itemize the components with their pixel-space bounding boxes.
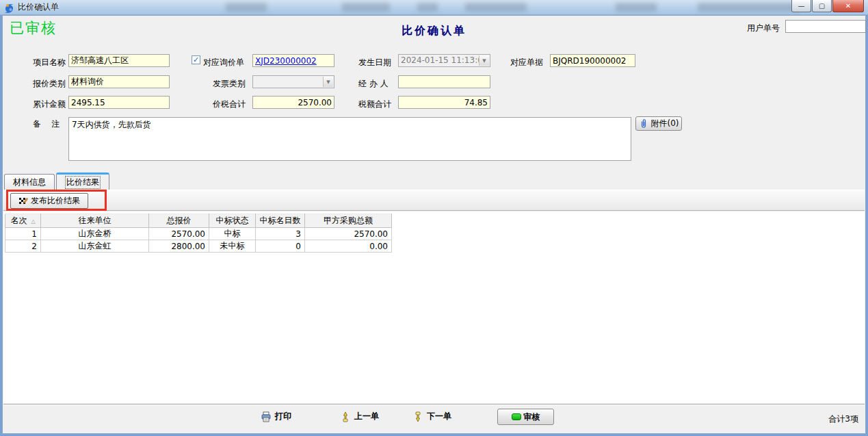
form-client-area: 已审核 比价确认单 用户单号 项目名称 ✓ 对应询价单 发生日期 2024-01… — [2, 15, 866, 434]
tab-material-info[interactable]: 材料信息 — [4, 174, 55, 190]
table-cell: 山东金桥 — [41, 228, 149, 240]
total-amount-label: 累计金额 — [33, 99, 66, 110]
attachment-button[interactable]: 附件(0) — [635, 116, 682, 131]
price-tax-total-label: 价税合计 — [213, 99, 246, 110]
table-row[interactable]: 1山东金桥2570.00中标32570.00 — [5, 228, 392, 240]
project-name-label: 项目名称 — [33, 57, 66, 68]
invoice-type-combo[interactable]: ▼ — [252, 75, 334, 88]
next-doc-label: 下一单 — [427, 411, 451, 422]
tax-total-label: 税额合计 — [358, 99, 391, 110]
print-button-label: 打印 — [275, 411, 291, 422]
table-cell: 中标 — [209, 228, 256, 240]
tab-comparison-result[interactable]: 比价结果 — [56, 172, 109, 190]
table-cell: 山东金虹 — [41, 240, 149, 253]
table-cell: 1 — [5, 228, 41, 240]
print-button[interactable]: 打印 — [261, 411, 291, 422]
table-cell: 0 — [256, 240, 305, 253]
maximize-icon: ▢ — [819, 2, 825, 10]
invoice-type-label: 发票类别 — [213, 78, 246, 90]
remark-label: 备 注 — [33, 118, 60, 130]
next-doc-button[interactable]: 下一单 — [412, 411, 451, 422]
chevron-down-icon: ▼ — [482, 58, 486, 64]
minimize-icon: — — [798, 2, 805, 10]
result-grid-panel: 名次△ 往来单位 总报价 中标状态 中标名目数 甲方采购总额 1山东金桥2570… — [3, 211, 865, 403]
project-name-input[interactable] — [68, 54, 170, 67]
previous-doc-button[interactable]: 上一单 — [340, 411, 379, 422]
total-count-label: 合计3项 — [828, 413, 858, 425]
maximize-button[interactable]: ▢ — [812, 0, 832, 12]
paperclip-icon — [639, 119, 648, 129]
footer-bar: 打印 上一单 下一单 审核 合计3项 — [3, 404, 865, 433]
hand-up-icon — [340, 411, 351, 422]
column-header-supplier[interactable]: 往来单位 — [41, 214, 149, 228]
app-icon — [3, 2, 14, 13]
audit-button-label: 审核 — [524, 411, 540, 423]
table-header-row: 名次△ 往来单位 总报价 中标状态 中标名目数 甲方采购总额 — [5, 214, 392, 228]
table-cell: 2 — [5, 240, 41, 253]
quote-type-label: 报价类别 — [33, 78, 66, 90]
titlebar-glass-artifact — [417, 3, 438, 12]
window-title: 比价确认单 — [18, 1, 59, 13]
table-cell: 未中标 — [209, 240, 256, 253]
occur-date-label: 发生日期 — [358, 57, 391, 68]
titlebar-glass-artifact — [616, 3, 657, 12]
inquiry-ref-checkbox[interactable]: ✓ — [192, 55, 200, 64]
titlebar-glass-artifact — [342, 3, 390, 12]
hand-down-icon — [412, 411, 423, 422]
occur-date-combo[interactable]: 2024-01-15 11:13:09 ▼ — [398, 54, 490, 67]
result-toolbar: 发布比价结果 — [3, 190, 865, 211]
comparison-table: 名次△ 往来单位 总报价 中标状态 中标名目数 甲方采购总额 1山东金桥2570… — [5, 214, 392, 253]
column-header-rank[interactable]: 名次△ — [5, 214, 41, 228]
titlebar-glass-artifact — [465, 3, 527, 12]
printer-icon — [261, 411, 272, 422]
table-cell: 2570.00 — [305, 228, 392, 240]
price-tax-total-input[interactable] — [252, 96, 334, 109]
publish-result-button[interactable]: 发布比价结果 — [10, 193, 88, 209]
inquiry-ref-input[interactable] — [252, 54, 334, 67]
minimize-button[interactable]: — — [791, 0, 811, 12]
total-amount-input[interactable] — [68, 96, 170, 109]
column-header-bid-count[interactable]: 中标名目数 — [256, 214, 305, 228]
audit-button[interactable]: 审核 — [497, 409, 554, 425]
table-cell: 3 — [256, 228, 305, 240]
user-no-label: 用户单号 — [747, 23, 780, 34]
tax-total-input[interactable] — [398, 96, 490, 109]
app-window: 比价确认单 — ▢ ✕ 已审核 比价确认单 用户单号 项目名称 ✓ 对应询价单 … — [0, 0, 868, 436]
table-cell: 2800.00 — [149, 240, 209, 253]
titlebar-glass-artifact — [698, 3, 800, 12]
table-row[interactable]: 2山东金虹2800.00未中标00.00 — [5, 240, 392, 253]
attachment-button-label: 附件(0) — [651, 118, 679, 129]
audit-icon — [512, 413, 521, 420]
previous-doc-label: 上一单 — [354, 411, 379, 422]
tab-label: 比价结果 — [65, 176, 101, 189]
column-header-bid-status[interactable]: 中标状态 — [209, 214, 256, 228]
tab-label: 材料信息 — [13, 177, 46, 188]
tab-bar: 材料信息 比价结果 — [3, 172, 865, 190]
title-bar[interactable]: 比价确认单 — ▢ ✕ — [0, 0, 868, 15]
publish-icon — [18, 196, 28, 206]
ref-doc-label: 对应单据 — [510, 57, 543, 68]
titlebar-glass-artifact — [226, 3, 267, 12]
table-body: 1山东金桥2570.00中标32570.002山东金虹2800.00未中标00.… — [5, 228, 392, 253]
handler-input[interactable] — [398, 75, 490, 88]
remark-textarea[interactable]: 7天内供货，先款后货 — [68, 117, 631, 161]
close-button[interactable]: ✕ — [832, 0, 864, 12]
page-title: 比价确认单 — [3, 24, 865, 38]
chevron-down-icon: ▼ — [326, 79, 330, 85]
handler-label: 经 办 人 — [358, 78, 389, 90]
occur-date-value: 2024-01-15 11:13:09 — [401, 55, 488, 65]
user-no-input[interactable] — [785, 20, 866, 33]
column-header-purchase-total[interactable]: 甲方采购总额 — [305, 214, 392, 228]
table-cell: 2570.00 — [149, 228, 209, 240]
publish-result-label: 发布比价结果 — [31, 195, 80, 207]
column-header-total-quote[interactable]: 总报价 — [149, 214, 209, 228]
sort-ascending-icon: △ — [31, 218, 35, 225]
check-icon: ✓ — [193, 56, 199, 64]
table-cell: 0.00 — [305, 240, 392, 253]
ref-doc-input[interactable] — [550, 54, 635, 67]
close-icon: ✕ — [845, 2, 851, 10]
quote-type-input[interactable] — [68, 75, 170, 88]
inquiry-ref-label: 对应询价单 — [203, 57, 244, 68]
